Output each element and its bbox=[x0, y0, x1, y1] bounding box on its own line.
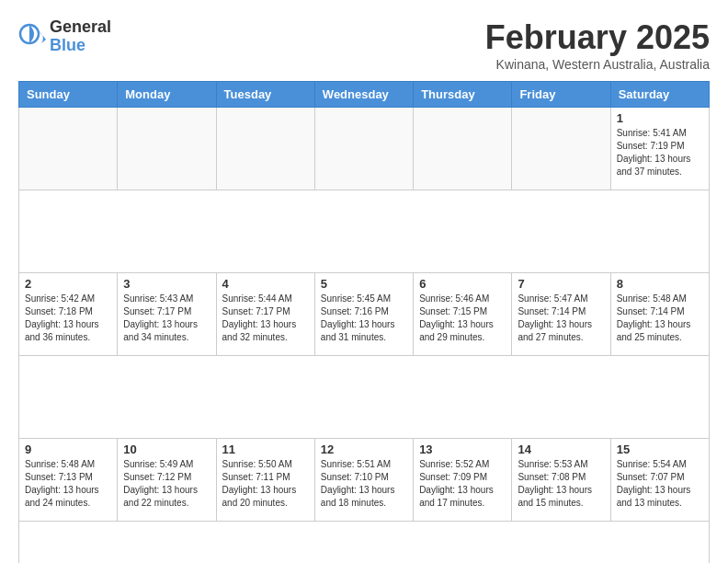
calendar-week-row: 9Sunrise: 5:48 AM Sunset: 7:13 PM Daylig… bbox=[19, 439, 710, 522]
week-divider bbox=[19, 190, 710, 273]
day-number: 1 bbox=[617, 111, 703, 125]
calendar-cell: 12Sunrise: 5:51 AM Sunset: 7:10 PM Dayli… bbox=[314, 439, 413, 522]
logo: General Blue bbox=[18, 18, 111, 55]
day-info: Sunrise: 5:47 AM Sunset: 7:14 PM Dayligh… bbox=[518, 293, 604, 344]
day-info: Sunrise: 5:45 AM Sunset: 7:16 PM Dayligh… bbox=[321, 293, 407, 344]
weekday-header: Tuesday bbox=[216, 82, 314, 108]
calendar-cell: 2Sunrise: 5:42 AM Sunset: 7:18 PM Daylig… bbox=[19, 273, 118, 356]
day-info: Sunrise: 5:51 AM Sunset: 7:10 PM Dayligh… bbox=[321, 458, 407, 510]
day-info: Sunrise: 5:46 AM Sunset: 7:15 PM Dayligh… bbox=[419, 293, 506, 344]
calendar-cell: 11Sunrise: 5:50 AM Sunset: 7:11 PM Dayli… bbox=[216, 439, 314, 522]
calendar-cell: 13Sunrise: 5:52 AM Sunset: 7:09 PM Dayli… bbox=[414, 439, 512, 522]
calendar-cell bbox=[19, 108, 118, 190]
day-number: 12 bbox=[321, 442, 407, 456]
day-number: 13 bbox=[419, 442, 506, 456]
calendar-cell: 10Sunrise: 5:49 AM Sunset: 7:12 PM Dayli… bbox=[118, 439, 216, 522]
weekday-header: Saturday bbox=[610, 82, 709, 108]
day-number: 7 bbox=[518, 277, 604, 291]
calendar-cell: 9Sunrise: 5:48 AM Sunset: 7:13 PM Daylig… bbox=[19, 439, 118, 522]
week-divider bbox=[19, 522, 710, 564]
day-info: Sunrise: 5:48 AM Sunset: 7:14 PM Dayligh… bbox=[617, 293, 703, 344]
day-number: 15 bbox=[617, 442, 703, 456]
calendar-cell bbox=[118, 108, 216, 190]
calendar-cell: 3Sunrise: 5:43 AM Sunset: 7:17 PM Daylig… bbox=[118, 273, 216, 356]
day-info: Sunrise: 5:44 AM Sunset: 7:17 PM Dayligh… bbox=[222, 293, 309, 344]
logo-general: General bbox=[50, 18, 111, 37]
day-number: 2 bbox=[25, 277, 111, 291]
day-info: Sunrise: 5:50 AM Sunset: 7:11 PM Dayligh… bbox=[222, 458, 309, 510]
weekday-header: Monday bbox=[118, 82, 216, 108]
weekday-header: Thursday bbox=[414, 82, 512, 108]
weekday-header: Wednesday bbox=[314, 82, 413, 108]
calendar-cell bbox=[512, 108, 610, 190]
day-info: Sunrise: 5:41 AM Sunset: 7:19 PM Dayligh… bbox=[617, 127, 703, 178]
day-info: Sunrise: 5:43 AM Sunset: 7:17 PM Dayligh… bbox=[123, 293, 210, 344]
logo-icon bbox=[18, 23, 46, 51]
calendar-cell: 1Sunrise: 5:41 AM Sunset: 7:19 PM Daylig… bbox=[610, 108, 709, 190]
calendar-week-row: 2Sunrise: 5:42 AM Sunset: 7:18 PM Daylig… bbox=[19, 273, 710, 356]
calendar-cell: 7Sunrise: 5:47 AM Sunset: 7:14 PM Daylig… bbox=[512, 273, 610, 356]
calendar-cell bbox=[414, 108, 512, 190]
day-number: 6 bbox=[419, 277, 506, 291]
day-number: 10 bbox=[123, 442, 210, 456]
calendar-cell: 8Sunrise: 5:48 AM Sunset: 7:14 PM Daylig… bbox=[610, 273, 709, 356]
calendar-cell bbox=[216, 108, 314, 190]
calendar: SundayMondayTuesdayWednesdayThursdayFrid… bbox=[18, 81, 710, 563]
day-number: 11 bbox=[222, 442, 309, 456]
calendar-cell: 6Sunrise: 5:46 AM Sunset: 7:15 PM Daylig… bbox=[414, 273, 512, 356]
weekday-header: Friday bbox=[512, 82, 610, 108]
day-info: Sunrise: 5:42 AM Sunset: 7:18 PM Dayligh… bbox=[25, 293, 111, 344]
day-info: Sunrise: 5:49 AM Sunset: 7:12 PM Dayligh… bbox=[123, 458, 210, 510]
logo-blue: Blue bbox=[50, 37, 111, 55]
day-number: 9 bbox=[25, 442, 111, 456]
calendar-week-row: 1Sunrise: 5:41 AM Sunset: 7:19 PM Daylig… bbox=[19, 108, 710, 190]
day-number: 14 bbox=[518, 442, 604, 456]
calendar-cell: 4Sunrise: 5:44 AM Sunset: 7:17 PM Daylig… bbox=[216, 273, 314, 356]
location: Kwinana, Western Australia, Australia bbox=[485, 57, 710, 72]
calendar-header-row: SundayMondayTuesdayWednesdayThursdayFrid… bbox=[19, 82, 710, 108]
day-number: 4 bbox=[222, 277, 309, 291]
day-number: 3 bbox=[123, 277, 210, 291]
calendar-cell bbox=[314, 108, 413, 190]
header: General Blue February 2025 Kwinana, West… bbox=[18, 18, 710, 72]
logo-text: General Blue bbox=[50, 18, 111, 55]
calendar-cell: 14Sunrise: 5:53 AM Sunset: 7:08 PM Dayli… bbox=[512, 439, 610, 522]
title-section: February 2025 Kwinana, Western Australia… bbox=[485, 18, 710, 72]
day-info: Sunrise: 5:48 AM Sunset: 7:13 PM Dayligh… bbox=[25, 458, 111, 510]
week-divider bbox=[19, 356, 710, 439]
weekday-header: Sunday bbox=[19, 82, 118, 108]
day-info: Sunrise: 5:53 AM Sunset: 7:08 PM Dayligh… bbox=[518, 458, 604, 510]
day-number: 8 bbox=[617, 277, 703, 291]
day-info: Sunrise: 5:54 AM Sunset: 7:07 PM Dayligh… bbox=[617, 458, 703, 510]
calendar-cell: 15Sunrise: 5:54 AM Sunset: 7:07 PM Dayli… bbox=[610, 439, 709, 522]
day-number: 5 bbox=[321, 277, 407, 291]
calendar-cell: 5Sunrise: 5:45 AM Sunset: 7:16 PM Daylig… bbox=[314, 273, 413, 356]
month-title: February 2025 bbox=[485, 18, 710, 57]
day-info: Sunrise: 5:52 AM Sunset: 7:09 PM Dayligh… bbox=[419, 458, 506, 510]
